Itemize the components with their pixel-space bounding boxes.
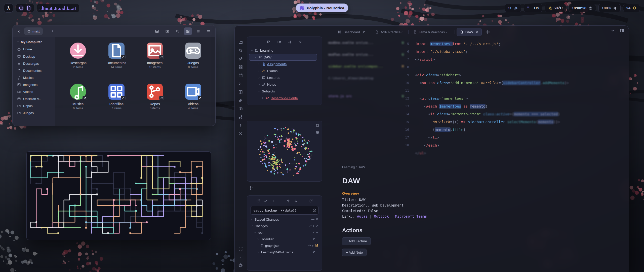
explorer-collapse-all-button[interactable]: [298, 40, 302, 44]
chevron-icon[interactable]: [258, 63, 260, 65]
explorer-new-note-button[interactable]: [267, 40, 271, 44]
ribbon-graph-view-icon[interactable]: [238, 115, 243, 119]
notes-widget-icon[interactable]: [26, 5, 31, 11]
git-row-changes[interactable]: Changes↶ +2: [251, 223, 321, 229]
chevron-icon[interactable]: [257, 251, 260, 253]
ribbon-snapshot-icon[interactable]: [238, 106, 243, 111]
chevron-icon[interactable]: [257, 238, 260, 240]
row-actions[interactable]: ↶ +: [313, 231, 318, 234]
local-graph[interactable]: [247, 121, 322, 181]
row-actions[interactable]: ↶ +: [313, 250, 318, 254]
row-actions[interactable]: ↶ +: [309, 224, 314, 228]
git-row-staged-changes[interactable]: Staged Changes—0: [251, 216, 321, 223]
breadcrumb[interactable]: matt: [24, 27, 43, 35]
widgets-pill[interactable]: [16, 4, 34, 12]
ribbon-settings-icon[interactable]: [238, 263, 243, 268]
sidebar-item-musica[interactable]: Musica: [15, 74, 53, 81]
sidebar-item-descargas[interactable]: Descargas: [15, 60, 53, 67]
folder-tile-repos[interactable]: Repos6 items: [136, 82, 174, 123]
tab-tema-6-pr-cticas-[interactable]: Tema 6 Prácticas -...: [410, 28, 453, 36]
tree-item-daw[interactable]: DAW: [251, 54, 319, 61]
tree-item-notes[interactable]: Notes: [251, 81, 319, 88]
menu-button[interactable]: [204, 27, 213, 35]
tree-item-lectures[interactable]: Lectures: [251, 74, 319, 81]
sidebar-item-juegos[interactable]: Juegos: [15, 109, 53, 116]
grid-view-button[interactable]: [184, 27, 192, 35]
link-microsoft-teams[interactable]: Microsoft Teams: [395, 214, 427, 218]
action-button--add-note[interactable]: + Add Note: [342, 249, 367, 256]
weather-module[interactable]: 24°C: [545, 4, 566, 12]
folder-tile-videos[interactable]: Videos4 items: [174, 82, 213, 123]
search-button[interactable]: [173, 27, 182, 35]
ribbon-canvas-icon[interactable]: [238, 65, 243, 70]
folder-tile-musica[interactable]: Musica6 items: [59, 82, 97, 123]
chevron-icon[interactable]: [258, 70, 260, 72]
ribbon-files-icon[interactable]: [238, 40, 243, 45]
power-widget-icon[interactable]: [18, 5, 24, 11]
chevron-icon[interactable]: [258, 76, 260, 79]
chevron-icon[interactable]: [258, 90, 260, 93]
new-tab-button[interactable]: [484, 28, 491, 36]
chevron-icon[interactable]: [261, 97, 264, 99]
now-playing-pill[interactable]: Polyphia - Neurotica: [296, 4, 348, 12]
tab-daw[interactable]: DAW: [457, 28, 482, 36]
pin-icon[interactable]: [362, 30, 365, 34]
git-stage-all-button[interactable]: [271, 199, 275, 203]
new-folder-button[interactable]: [163, 27, 172, 35]
sidebar-item-desktop[interactable]: Desktop: [15, 53, 53, 60]
window-count-module[interactable]: 11: [505, 4, 521, 12]
action-button--add-lecture[interactable]: + Add Lecture: [342, 237, 371, 245]
clock-module[interactable]: 18:08:28: [569, 4, 596, 12]
sidebar-item-videos[interactable]: Videos: [15, 88, 53, 95]
git-unstage-all-button[interactable]: [279, 199, 283, 203]
ribbon-broken-link-icon[interactable]: [238, 98, 243, 103]
git-commit-button[interactable]: [264, 199, 268, 203]
folder-tile-descargas[interactable]: Descargas2 items: [59, 41, 97, 82]
folder-tile-documentos[interactable]: Documentos14 items: [97, 41, 136, 82]
toggle-right-sidebar-icon[interactable]: [620, 28, 624, 33]
chevron-icon[interactable]: [254, 56, 257, 59]
sidebar-item-imagenes[interactable]: Imagenes: [15, 81, 53, 88]
tree-item-exams[interactable]: Exams: [251, 67, 319, 74]
ribbon-pin-icon[interactable]: [238, 56, 243, 61]
git-changelist-button[interactable]: [301, 199, 305, 203]
git-refresh-button[interactable]: [309, 199, 313, 203]
row-actions[interactable]: ↶ +: [313, 237, 318, 241]
sidebar-item-home[interactable]: Home: [15, 46, 53, 53]
close-icon[interactable]: [475, 30, 478, 34]
git-pull-button[interactable]: [294, 199, 298, 203]
ribbon-terminal-icon[interactable]: [238, 81, 243, 86]
link-outlook[interactable]: Outlook: [374, 214, 389, 218]
ribbon-help-icon[interactable]: ?: [238, 255, 243, 259]
explorer-new-folder-button[interactable]: [277, 40, 281, 44]
commit-message-input[interactable]: [251, 206, 318, 215]
ribbon-frame-icon[interactable]: [238, 246, 243, 251]
sidebar-item-documentos[interactable]: Documentos: [15, 67, 53, 74]
chevron-icon[interactable]: [251, 218, 253, 221]
folder-tile-plantillas[interactable]: Plantillas7 items: [97, 82, 136, 123]
sidebar-item-obsidian-v-[interactable]: Obsidian V..: [15, 95, 53, 102]
chevron-icon[interactable]: [254, 231, 256, 234]
git-branch-icon[interactable]: [249, 186, 254, 190]
chevron-icon[interactable]: [251, 225, 253, 227]
git-row--obsidian[interactable]: .obsidian↶ +: [251, 236, 321, 242]
folder-tile-imagenes[interactable]: Imagenes10 items: [136, 41, 174, 82]
tree-item-assignments[interactable]: Assignments: [251, 61, 319, 67]
git-row-graph-json[interactable]: graph.json↶ +M: [251, 242, 321, 249]
ribbon-reading-icon[interactable]: [238, 90, 243, 94]
ribbon-currency-icon[interactable]: $: [238, 123, 243, 128]
list-view-button[interactable]: [194, 27, 203, 35]
graph-filters-button[interactable]: [315, 130, 319, 134]
sidebar-item-repos[interactable]: Repos: [15, 102, 53, 109]
sidebar-title[interactable]: My Computer: [15, 39, 53, 46]
tree-item-subjects[interactable]: Subjects: [251, 88, 319, 95]
row-actions[interactable]: —: [311, 218, 315, 221]
graph-settings-button[interactable]: [315, 123, 319, 127]
launcher-button[interactable]: λ: [4, 4, 13, 13]
git-row-learning-daw-exams[interactable]: Learning/DAW/Exams↶ +: [251, 249, 321, 255]
link-aulas[interactable]: Aulas: [357, 214, 368, 218]
thumbnails-button[interactable]: [153, 27, 161, 35]
folder-tile-juegos[interactable]: Juegos8 items: [174, 41, 213, 82]
ribbon-close-panel-icon[interactable]: [238, 131, 243, 136]
notifications-module[interactable]: 24: [623, 4, 640, 12]
